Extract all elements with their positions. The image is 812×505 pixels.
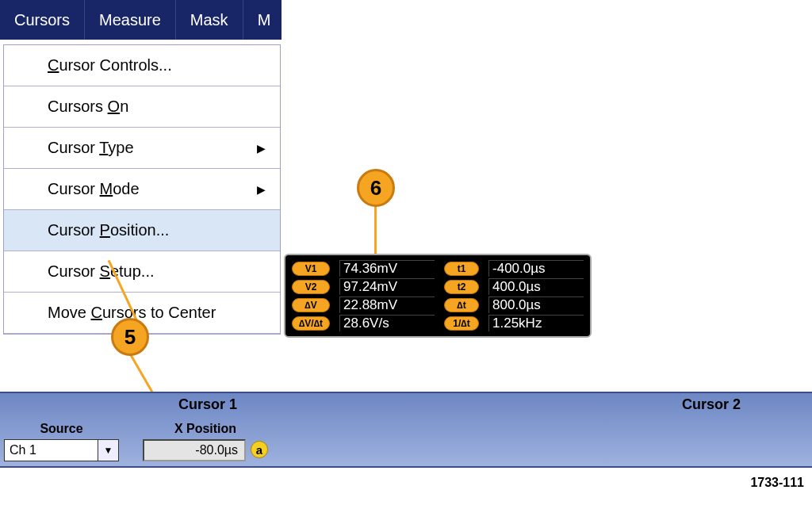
cursor-1-source-value: Ch 1	[10, 443, 36, 457]
cursor-1-title: Cursor 1	[178, 396, 237, 413]
readout-val-l-2: 22.88mV	[339, 296, 435, 313]
cursor-1-badge-a: a	[251, 441, 268, 458]
figure-id: 1733-111	[750, 476, 804, 490]
readout-tag-l-2: ∆V	[292, 298, 330, 312]
cursor-1-xpos-field: X Position -80.0µs a	[143, 422, 268, 461]
menubar-cursors[interactable]: Cursors	[0, 0, 85, 40]
chevron-down-icon[interactable]: ▼	[98, 440, 118, 461]
readout-val-r-2: 800.0µs	[488, 296, 584, 313]
readout-tag-l-0: V1	[292, 262, 330, 276]
readout-tag-l-1: V2	[292, 280, 330, 294]
menu-item-2[interactable]: Cursor Type▶	[4, 128, 280, 169]
cursor-1-xpos-input[interactable]: -80.0µs	[143, 439, 246, 461]
readout-val-l-3: 28.6V/s	[339, 315, 435, 331]
menu-item-0[interactable]: Cursor Controls...	[4, 45, 280, 86]
cursor-1-source-field: Source Ch 1 ▼	[4, 422, 119, 461]
readout-tag-r-3: 1/∆t	[444, 316, 479, 331]
readout-val-r-0: -400.0µs	[488, 260, 584, 277]
menubar-mask[interactable]: Mask	[176, 0, 243, 40]
menu-item-4[interactable]: Cursor Position...	[4, 210, 280, 251]
callout-5: 5	[111, 318, 149, 356]
callout-6: 6	[357, 169, 395, 207]
readout-val-r-3: 1.25kHz	[488, 315, 584, 331]
readout-val-r-1: 400.0µs	[488, 278, 584, 295]
menubar-measure[interactable]: Measure	[85, 0, 176, 40]
cursor-2-title: Cursor 2	[682, 396, 741, 413]
menubar: Cursors Measure Mask M	[0, 0, 282, 40]
cursors-dropdown: Cursor Controls...Cursors OnCursor Type▶…	[3, 44, 281, 335]
callout-6-line	[374, 206, 377, 255]
submenu-arrow-icon: ▶	[257, 142, 266, 155]
readout-tag-r-1: t2	[444, 280, 479, 294]
menu-item-3[interactable]: Cursor Mode▶	[4, 169, 280, 210]
cursor-position-bar: Cursor 1 Source Ch 1 ▼ X Position -80.0µ…	[0, 392, 812, 468]
cursor-1-section: Cursor 1 Source Ch 1 ▼ X Position -80.0µ…	[0, 393, 406, 466]
readout-val-l-0: 74.36mV	[339, 260, 435, 277]
readout-tag-r-0: t1	[444, 262, 479, 276]
submenu-arrow-icon: ▶	[257, 183, 266, 196]
menu-item-5[interactable]: Cursor Setup...	[4, 251, 280, 293]
readout-val-l-1: 97.24mV	[339, 278, 435, 295]
menu-item-1[interactable]: Cursors On	[4, 86, 280, 128]
cursor-1-source-select[interactable]: Ch 1 ▼	[4, 439, 119, 461]
menubar-more[interactable]: M	[243, 0, 285, 40]
readout-tag-l-3: ∆V/∆t	[292, 316, 330, 331]
cursor-readout-panel: V174.36mVt1-400.0µsV297.24mVt2400.0µs∆V2…	[284, 254, 592, 338]
readout-tag-r-2: ∆t	[444, 298, 479, 312]
cursor-1-xpos-label: X Position	[174, 422, 236, 436]
cursor-2-section: Cursor 2 Source Ch 1 ▼ X Position 80.0µs…	[406, 393, 812, 466]
cursor-1-source-label: Source	[40, 422, 82, 436]
